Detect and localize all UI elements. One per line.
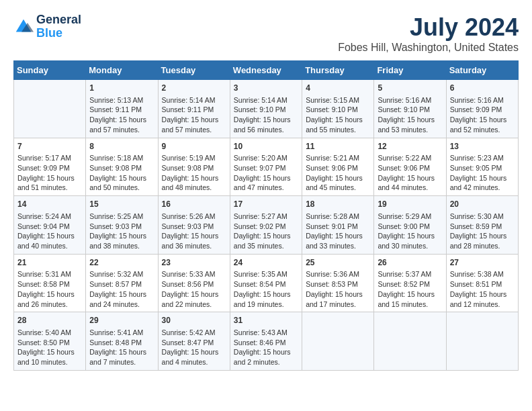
day-number: 5: [378, 83, 442, 94]
calendar-table: Sunday Monday Tuesday Wednesday Thursday…: [13, 60, 519, 371]
day-number: 17: [234, 199, 298, 210]
title-section: July 2024 Fobes Hill, Washington, United…: [338, 13, 519, 54]
calendar-cell: 11Sunrise: 5:21 AM Sunset: 9:06 PM Dayli…: [302, 138, 374, 196]
day-info: Sunrise: 5:35 AM Sunset: 8:54 PM Dayligh…: [234, 269, 298, 309]
day-number: 20: [450, 199, 515, 210]
day-number: 3: [234, 83, 298, 94]
day-info: Sunrise: 5:26 AM Sunset: 9:03 PM Dayligh…: [162, 212, 226, 251]
day-number: 21: [17, 257, 82, 269]
day-number: 26: [378, 257, 442, 269]
day-number: 6: [450, 83, 515, 94]
calendar-cell: 2Sunrise: 5:14 AM Sunset: 9:11 PM Daylig…: [158, 80, 230, 138]
day-info: Sunrise: 5:17 AM Sunset: 9:09 PM Dayligh…: [17, 153, 82, 193]
day-number: 1: [89, 83, 154, 94]
calendar-cell: 19Sunrise: 5:29 AM Sunset: 9:00 PM Dayli…: [374, 196, 446, 255]
calendar-cell: 15Sunrise: 5:25 AM Sunset: 9:03 PM Dayli…: [86, 196, 158, 255]
day-info: Sunrise: 5:28 AM Sunset: 9:01 PM Dayligh…: [306, 212, 370, 251]
calendar-cell: 13Sunrise: 5:23 AM Sunset: 9:05 PM Dayli…: [446, 138, 518, 196]
day-number: 9: [162, 141, 226, 152]
calendar-cell: 20Sunrise: 5:30 AM Sunset: 8:59 PM Dayli…: [446, 196, 518, 255]
day-number: 10: [234, 141, 298, 152]
calendar-cell: 29Sunrise: 5:41 AM Sunset: 8:48 PM Dayli…: [86, 312, 158, 371]
calendar-week-row: 7Sunrise: 5:17 AM Sunset: 9:09 PM Daylig…: [14, 138, 519, 196]
day-number: 19: [378, 199, 442, 210]
calendar-week-row: 1Sunrise: 5:13 AM Sunset: 9:11 PM Daylig…: [14, 80, 519, 138]
day-number: 15: [89, 199, 154, 210]
day-info: Sunrise: 5:22 AM Sunset: 9:06 PM Dayligh…: [378, 153, 442, 193]
calendar-cell: [14, 80, 86, 138]
day-info: Sunrise: 5:19 AM Sunset: 9:08 PM Dayligh…: [162, 153, 226, 193]
day-info: Sunrise: 5:43 AM Sunset: 8:46 PM Dayligh…: [234, 328, 298, 367]
calendar-cell: 4Sunrise: 5:15 AM Sunset: 9:10 PM Daylig…: [302, 80, 374, 138]
col-sunday: Sunday: [14, 61, 86, 80]
logo-icon: [13, 17, 34, 37]
calendar-cell: 28Sunrise: 5:40 AM Sunset: 8:50 PM Dayli…: [14, 312, 86, 371]
calendar-cell: 3Sunrise: 5:14 AM Sunset: 9:10 PM Daylig…: [230, 80, 302, 138]
day-info: Sunrise: 5:29 AM Sunset: 9:00 PM Dayligh…: [378, 212, 442, 251]
day-info: Sunrise: 5:32 AM Sunset: 8:57 PM Dayligh…: [89, 269, 154, 309]
day-number: 13: [450, 141, 515, 152]
day-info: Sunrise: 5:21 AM Sunset: 9:06 PM Dayligh…: [306, 153, 370, 193]
logo: General Blue: [13, 13, 81, 40]
day-number: 30: [162, 315, 226, 326]
col-tuesday: Tuesday: [158, 61, 230, 80]
day-number: 14: [17, 199, 82, 210]
day-info: Sunrise: 5:15 AM Sunset: 9:10 PM Dayligh…: [306, 95, 370, 135]
calendar-cell: 10Sunrise: 5:20 AM Sunset: 9:07 PM Dayli…: [230, 138, 302, 196]
calendar-cell: 27Sunrise: 5:38 AM Sunset: 8:51 PM Dayli…: [446, 254, 518, 312]
day-info: Sunrise: 5:38 AM Sunset: 8:51 PM Dayligh…: [450, 269, 515, 309]
day-info: Sunrise: 5:18 AM Sunset: 9:08 PM Dayligh…: [89, 153, 154, 193]
day-info: Sunrise: 5:23 AM Sunset: 9:05 PM Dayligh…: [450, 153, 515, 193]
main-title: July 2024: [338, 13, 519, 42]
day-info: Sunrise: 5:14 AM Sunset: 9:10 PM Dayligh…: [234, 95, 298, 135]
day-info: Sunrise: 5:13 AM Sunset: 9:11 PM Dayligh…: [89, 95, 154, 135]
day-info: Sunrise: 5:25 AM Sunset: 9:03 PM Dayligh…: [89, 212, 154, 251]
page-header: General Blue July 2024 Fobes Hill, Washi…: [13, 13, 519, 54]
logo-text: General Blue: [36, 13, 81, 40]
calendar-cell: 30Sunrise: 5:42 AM Sunset: 8:47 PM Dayli…: [158, 312, 230, 371]
day-number: 25: [306, 257, 370, 269]
day-number: 31: [234, 315, 298, 326]
col-monday: Monday: [86, 61, 158, 80]
calendar-cell: 7Sunrise: 5:17 AM Sunset: 9:09 PM Daylig…: [14, 138, 86, 196]
calendar-cell: 17Sunrise: 5:27 AM Sunset: 9:02 PM Dayli…: [230, 196, 302, 255]
col-friday: Friday: [374, 61, 446, 80]
col-thursday: Thursday: [302, 61, 374, 80]
day-number: 24: [234, 257, 298, 269]
calendar-cell: 12Sunrise: 5:22 AM Sunset: 9:06 PM Dayli…: [374, 138, 446, 196]
calendar-cell: 18Sunrise: 5:28 AM Sunset: 9:01 PM Dayli…: [302, 196, 374, 255]
calendar-cell: 25Sunrise: 5:36 AM Sunset: 8:53 PM Dayli…: [302, 254, 374, 312]
day-info: Sunrise: 5:16 AM Sunset: 9:09 PM Dayligh…: [450, 95, 515, 135]
calendar-cell: 14Sunrise: 5:24 AM Sunset: 9:04 PM Dayli…: [14, 196, 86, 255]
calendar-header-row: Sunday Monday Tuesday Wednesday Thursday…: [14, 61, 519, 80]
day-number: 23: [162, 257, 226, 269]
day-info: Sunrise: 5:14 AM Sunset: 9:11 PM Dayligh…: [162, 95, 226, 135]
day-number: 7: [17, 141, 82, 152]
calendar-cell: 24Sunrise: 5:35 AM Sunset: 8:54 PM Dayli…: [230, 254, 302, 312]
calendar-week-row: 21Sunrise: 5:31 AM Sunset: 8:58 PM Dayli…: [14, 254, 519, 312]
calendar-cell: 1Sunrise: 5:13 AM Sunset: 9:11 PM Daylig…: [86, 80, 158, 138]
calendar-cell: 5Sunrise: 5:16 AM Sunset: 9:10 PM Daylig…: [374, 80, 446, 138]
day-number: 16: [162, 199, 226, 210]
day-info: Sunrise: 5:37 AM Sunset: 8:52 PM Dayligh…: [378, 269, 442, 309]
day-info: Sunrise: 5:36 AM Sunset: 8:53 PM Dayligh…: [306, 269, 370, 309]
col-saturday: Saturday: [446, 61, 518, 80]
calendar-cell: 26Sunrise: 5:37 AM Sunset: 8:52 PM Dayli…: [374, 254, 446, 312]
calendar-cell: 9Sunrise: 5:19 AM Sunset: 9:08 PM Daylig…: [158, 138, 230, 196]
calendar-cell: [302, 312, 374, 371]
calendar-cell: [446, 312, 518, 371]
day-info: Sunrise: 5:30 AM Sunset: 8:59 PM Dayligh…: [450, 212, 515, 251]
day-info: Sunrise: 5:24 AM Sunset: 9:04 PM Dayligh…: [17, 212, 82, 251]
calendar-cell: 6Sunrise: 5:16 AM Sunset: 9:09 PM Daylig…: [446, 80, 518, 138]
day-info: Sunrise: 5:42 AM Sunset: 8:47 PM Dayligh…: [162, 328, 226, 367]
col-wednesday: Wednesday: [230, 61, 302, 80]
subtitle: Fobes Hill, Washington, United States: [338, 42, 519, 54]
calendar-cell: [374, 312, 446, 371]
calendar-cell: 21Sunrise: 5:31 AM Sunset: 8:58 PM Dayli…: [14, 254, 86, 312]
day-info: Sunrise: 5:41 AM Sunset: 8:48 PM Dayligh…: [89, 328, 154, 367]
day-number: 27: [450, 257, 515, 269]
day-number: 28: [17, 315, 82, 326]
calendar-week-row: 14Sunrise: 5:24 AM Sunset: 9:04 PM Dayli…: [14, 196, 519, 255]
day-info: Sunrise: 5:16 AM Sunset: 9:10 PM Dayligh…: [378, 95, 442, 135]
day-number: 8: [89, 141, 154, 152]
